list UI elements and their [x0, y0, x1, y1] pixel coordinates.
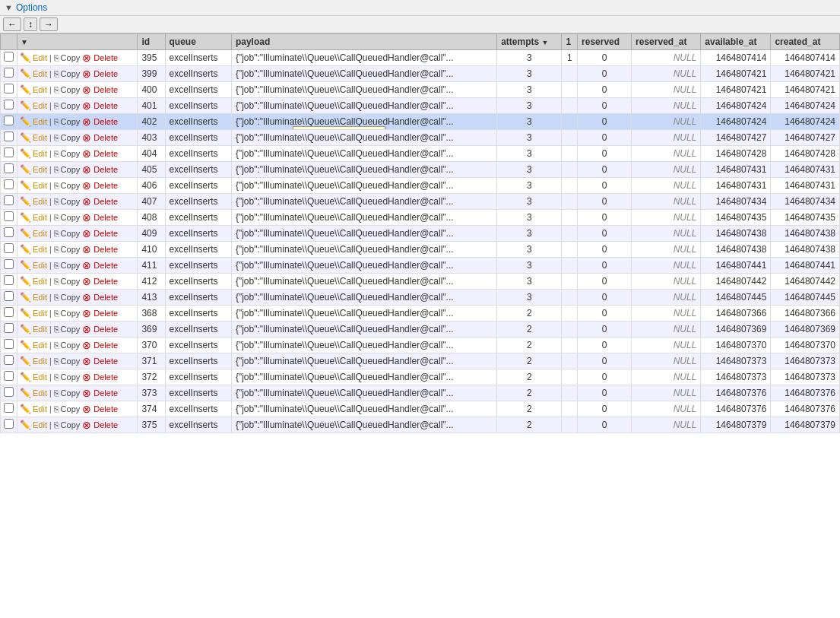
copy-button[interactable]: Copy — [61, 245, 81, 254]
copy-button[interactable]: Copy — [61, 117, 81, 126]
col-reserved-at[interactable]: reserved_at — [632, 34, 701, 50]
edit-button[interactable]: Edit — [33, 277, 47, 286]
row-checkbox[interactable] — [4, 68, 14, 78]
edit-button[interactable]: Edit — [33, 69, 47, 78]
edit-button[interactable]: Edit — [33, 213, 47, 222]
edit-button[interactable]: Edit — [33, 85, 47, 94]
row-checkbox[interactable] — [4, 163, 14, 173]
delete-button[interactable]: Delete — [94, 53, 118, 62]
col-queue[interactable]: queue — [165, 34, 231, 50]
copy-button[interactable]: Copy — [61, 261, 81, 270]
delete-button[interactable]: Delete — [94, 101, 118, 110]
copy-button[interactable]: Copy — [61, 149, 81, 158]
col-id[interactable]: id — [138, 34, 165, 50]
row-checkbox[interactable] — [4, 259, 14, 269]
row-checkbox[interactable] — [4, 84, 14, 93]
row-checkbox[interactable] — [4, 243, 14, 253]
edit-button[interactable]: Edit — [33, 117, 47, 126]
edit-button[interactable]: Edit — [33, 293, 47, 302]
copy-button[interactable]: Copy — [61, 181, 81, 190]
row-checkbox[interactable] — [4, 307, 14, 317]
row-checkbox[interactable] — [4, 116, 14, 125]
copy-button[interactable]: Copy — [61, 197, 81, 206]
row-checkbox[interactable] — [4, 100, 14, 109]
col-attempts[interactable]: attempts ▼ — [497, 34, 562, 50]
edit-button[interactable]: Edit — [33, 181, 47, 190]
edit-button[interactable]: Edit — [33, 133, 47, 142]
delete-button[interactable]: Delete — [94, 197, 118, 206]
edit-button[interactable]: Edit — [33, 149, 47, 158]
copy-button[interactable]: Copy — [61, 165, 81, 174]
nav-forward-button[interactable]: → — [40, 17, 58, 31]
col-created-at[interactable]: created_at — [771, 34, 840, 50]
row-checkbox[interactable] — [4, 291, 14, 301]
delete-button[interactable]: Delete — [94, 69, 118, 78]
delete-button[interactable]: Delete — [94, 277, 118, 286]
delete-button[interactable]: Delete — [94, 117, 118, 126]
edit-button[interactable]: Edit — [33, 261, 47, 270]
delete-button[interactable]: Delete — [94, 245, 118, 254]
row-checkbox[interactable] — [4, 275, 14, 285]
edit-button[interactable]: Edit — [33, 165, 47, 174]
row-checkbox[interactable] — [4, 179, 14, 189]
delete-button[interactable]: Delete — [94, 229, 118, 238]
edit-button[interactable]: Edit — [33, 229, 47, 238]
copy-button[interactable]: Copy — [61, 133, 81, 142]
delete-button[interactable]: Delete — [94, 133, 118, 142]
copy-button[interactable]: Copy — [61, 101, 81, 110]
edit-button[interactable]: Edit — [33, 341, 47, 350]
delete-button[interactable]: Delete — [94, 357, 118, 366]
nav-back-button[interactable]: ← — [3, 17, 21, 31]
delete-button[interactable]: Delete — [94, 372, 118, 382]
copy-button[interactable]: Copy — [61, 309, 81, 318]
edit-button[interactable]: Edit — [33, 309, 47, 318]
delete-button[interactable]: Delete — [94, 213, 118, 222]
edit-button[interactable]: Edit — [33, 325, 47, 334]
delete-button[interactable]: Delete — [94, 165, 118, 174]
copy-button[interactable]: Copy — [61, 372, 81, 382]
copy-button[interactable]: Copy — [61, 404, 81, 414]
col-reserved[interactable]: reserved — [578, 34, 632, 50]
delete-button[interactable]: Delete — [94, 420, 118, 429]
edit-button[interactable]: Edit — [33, 404, 47, 414]
options-link[interactable]: Options — [16, 2, 47, 13]
edit-button[interactable]: Edit — [33, 53, 47, 62]
row-checkbox[interactable] — [4, 419, 14, 429]
row-checkbox[interactable] — [4, 387, 14, 397]
copy-button[interactable]: Copy — [61, 53, 81, 62]
delete-button[interactable]: Delete — [94, 404, 118, 414]
copy-button[interactable]: Copy — [61, 277, 81, 286]
col-payload[interactable]: payload — [231, 34, 496, 50]
edit-button[interactable]: Edit — [33, 101, 47, 110]
row-checkbox[interactable] — [4, 403, 14, 413]
row-checkbox[interactable] — [4, 227, 14, 237]
copy-button[interactable]: Copy — [61, 69, 81, 78]
edit-button[interactable]: Edit — [33, 197, 47, 206]
col-available-at[interactable]: available_at — [701, 34, 771, 50]
row-checkbox[interactable] — [4, 147, 14, 157]
edit-button[interactable]: Edit — [33, 388, 47, 398]
edit-button[interactable]: Edit — [33, 420, 47, 429]
row-checkbox[interactable] — [4, 211, 14, 221]
copy-button[interactable]: Copy — [61, 213, 81, 222]
edit-button[interactable]: Edit — [33, 245, 47, 254]
row-checkbox[interactable] — [4, 323, 14, 333]
delete-button[interactable]: Delete — [94, 181, 118, 190]
copy-button[interactable]: Copy — [61, 293, 81, 302]
copy-button[interactable]: Copy — [61, 420, 81, 429]
row-checkbox[interactable] — [4, 132, 14, 141]
row-checkbox[interactable] — [4, 339, 14, 349]
nav-sort-button[interactable]: ↕ — [24, 17, 37, 31]
delete-button[interactable]: Delete — [94, 309, 118, 318]
copy-button[interactable]: Copy — [61, 341, 81, 350]
delete-button[interactable]: Delete — [94, 388, 118, 398]
delete-button[interactable]: Delete — [94, 341, 118, 350]
row-checkbox[interactable] — [4, 371, 14, 381]
row-checkbox[interactable] — [4, 355, 14, 365]
copy-button[interactable]: Copy — [61, 85, 81, 94]
row-checkbox[interactable] — [4, 52, 14, 62]
delete-button[interactable]: Delete — [94, 85, 118, 94]
edit-button[interactable]: Edit — [33, 357, 47, 366]
copy-button[interactable]: Copy — [61, 357, 81, 366]
delete-button[interactable]: Delete — [94, 293, 118, 302]
